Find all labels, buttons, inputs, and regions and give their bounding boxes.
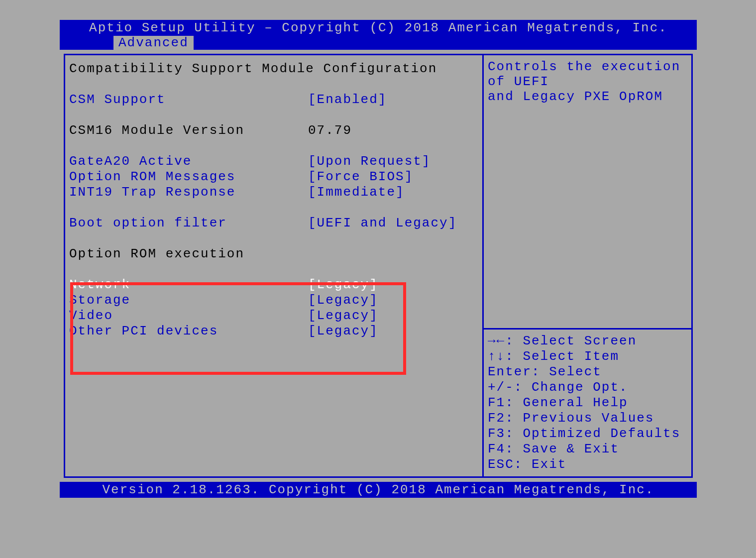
setting-network[interactable]: Network [Legacy] [69, 277, 478, 293]
value-csm16-version: 07.79 [308, 123, 352, 138]
value-storage: [Legacy] [308, 293, 378, 308]
key-f3: F3: Optimized Defaults [488, 426, 687, 442]
key-f4: F4: Save & Exit [488, 442, 687, 457]
label-oprom-messages: Option ROM Messages [69, 169, 308, 185]
label-boot-filter: Boot option filter [69, 216, 308, 231]
section-oprom-exec: Option ROM execution [69, 246, 478, 262]
setting-int19[interactable]: INT19 Trap Response [Immediate] [69, 185, 478, 200]
setting-csm16-version: CSM16 Module Version 07.79 [69, 123, 478, 138]
value-boot-filter: [UEFI and Legacy] [308, 216, 457, 231]
setting-csm-support[interactable]: CSM Support [Enabled] [69, 92, 478, 108]
value-gatea20: [Upon Request] [308, 154, 431, 169]
value-network: [Legacy] [308, 277, 378, 293]
key-select-screen: →←: Select Screen [488, 334, 687, 349]
label-gatea20: GateA20 Active [69, 154, 308, 169]
label-network: Network [69, 277, 308, 293]
value-other-pci: [Legacy] [308, 324, 378, 339]
label-int19: INT19 Trap Response [69, 185, 308, 200]
value-int19: [Immediate] [308, 185, 405, 200]
help-keys: →←: Select Screen ↑↓: Select Item Enter:… [484, 330, 691, 476]
label-video: Video [69, 308, 308, 324]
setting-video[interactable]: Video [Legacy] [69, 308, 478, 324]
bios-window: Aptio Setup Utility – Copyright (C) 2018… [60, 20, 697, 498]
help-text-line1: Controls the execution of UEFI [488, 59, 687, 89]
setting-oprom-messages[interactable]: Option ROM Messages [Force BIOS] [69, 169, 478, 185]
key-enter: Enter: Select [488, 364, 687, 380]
panel-help: Controls the execution of UEFI and Legac… [484, 54, 693, 478]
value-oprom-messages: [Force BIOS] [308, 169, 413, 185]
panels: Compatibility Support Module Configurati… [60, 50, 697, 482]
tab-advanced[interactable]: Advanced [113, 36, 194, 50]
help-description: Controls the execution of UEFI and Legac… [484, 55, 691, 328]
setting-other-pci[interactable]: Other PCI devices [Legacy] [69, 324, 478, 339]
label-csm16-version: CSM16 Module Version [69, 123, 308, 138]
key-f1: F1: General Help [488, 395, 687, 411]
footer-bar: Version 2.18.1263. Copyright (C) 2018 Am… [60, 482, 697, 498]
setting-boot-filter[interactable]: Boot option filter [UEFI and Legacy] [69, 216, 478, 231]
title-bar: Aptio Setup Utility – Copyright (C) 2018… [60, 20, 697, 36]
label-storage: Storage [69, 293, 308, 308]
key-f2: F2: Previous Values [488, 411, 687, 426]
tab-row: Advanced [60, 36, 697, 50]
key-select-item: ↑↓: Select Item [488, 349, 687, 364]
value-csm-support: [Enabled] [308, 92, 387, 108]
value-video: [Legacy] [308, 308, 378, 324]
setting-gatea20[interactable]: GateA20 Active [Upon Request] [69, 154, 478, 169]
panel-main: Compatibility Support Module Configurati… [64, 54, 484, 478]
section-title: Compatibility Support Module Configurati… [69, 61, 478, 77]
key-esc: ESC: Exit [488, 457, 687, 472]
label-other-pci: Other PCI devices [69, 324, 308, 339]
help-text-line2: and Legacy PXE OpROM [488, 89, 687, 104]
setting-storage[interactable]: Storage [Legacy] [69, 293, 478, 308]
label-csm-support: CSM Support [69, 92, 308, 108]
key-change-opt: +/-: Change Opt. [488, 380, 687, 395]
